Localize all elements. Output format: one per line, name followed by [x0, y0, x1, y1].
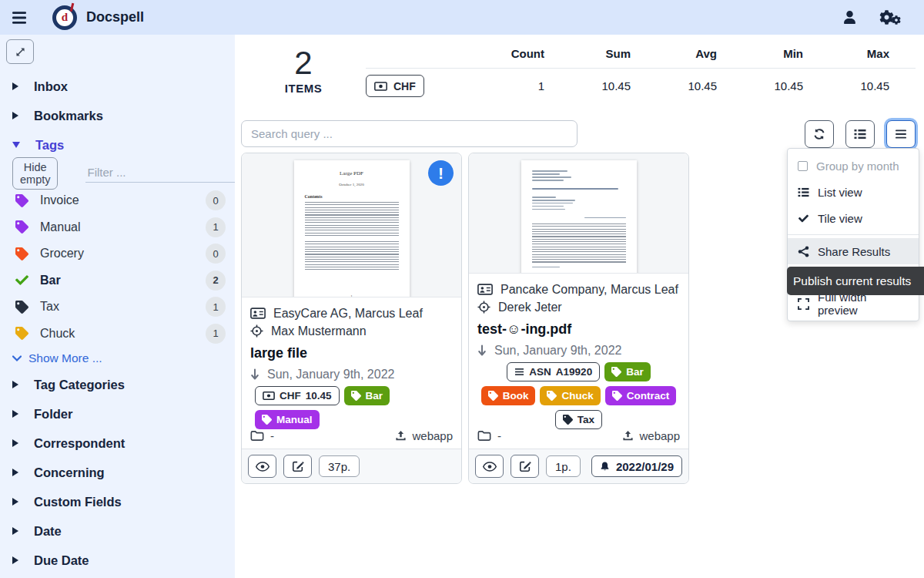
- sidebar-item-tags[interactable]: Tags: [0, 130, 235, 160]
- stats-col-sum: Sum: [544, 47, 631, 60]
- tag-badge-manual[interactable]: Manual: [255, 410, 320, 429]
- tag-item-chuck[interactable]: Chuck 1: [0, 321, 235, 348]
- chevron-down-icon: [12, 355, 22, 362]
- tag-icon: [15, 220, 28, 234]
- arrow-down-icon: [250, 368, 259, 381]
- hide-empty-button[interactable]: Hide empty: [12, 157, 58, 190]
- tag-filter-input[interactable]: [85, 165, 235, 180]
- list-view-button[interactable]: [845, 120, 875, 148]
- sidebar-item-due-date[interactable]: Due Date: [0, 546, 235, 575]
- source-label: webapp: [395, 429, 453, 442]
- bell-icon: [600, 461, 610, 472]
- edit-button[interactable]: [283, 455, 312, 478]
- item-card-test-ing: Pancake Company, Marcus Leaf Derek Jeter…: [468, 153, 689, 484]
- sidebar-item-correspondent[interactable]: Correspondent: [0, 428, 235, 458]
- concerning-text: Derek Jeter: [498, 301, 562, 314]
- arrow-down-icon: [477, 344, 487, 357]
- search-row: [241, 120, 916, 148]
- navbar: d Docspell: [0, 0, 924, 35]
- tag-item-grocery[interactable]: Grocery 0: [0, 240, 235, 267]
- tag-item-bar-selected[interactable]: Bar 2: [0, 267, 235, 294]
- refresh-button[interactable]: [805, 120, 834, 148]
- tag-count-badge: 0: [206, 244, 226, 264]
- sidebar-item-tag-categories[interactable]: Tag Categories: [0, 370, 235, 399]
- caret-right-icon: [12, 527, 18, 535]
- caret-right-icon: [12, 498, 18, 506]
- card-meta: EasyCare AG, Marcus Leaf Max Mustermann …: [242, 297, 461, 449]
- stats-row: 2 ITEMS Count Sum Avg Min Max CHF: [241, 44, 918, 97]
- sidebar: Inbox Bookmarks Tags Hide empty Invoice: [0, 35, 235, 578]
- caret-right-icon: [12, 112, 18, 119]
- due-date-badge[interactable]: 2022/01/29: [591, 455, 682, 477]
- expand-sidebar-button[interactable]: [6, 39, 34, 64]
- menu-item-group-by-month[interactable]: Group by month: [788, 153, 919, 179]
- expand-arrows-icon: [15, 46, 26, 58]
- edit-button[interactable]: [511, 455, 539, 478]
- folder-value: -: [497, 429, 501, 442]
- sidebar-item-date[interactable]: Date: [0, 516, 235, 546]
- sidebar-item-folder[interactable]: Folder: [0, 399, 235, 428]
- tag-badge-contract[interactable]: Contract: [605, 386, 677, 405]
- menu-item-tile-view[interactable]: Tile view: [788, 205, 919, 231]
- folder-icon: [250, 430, 264, 442]
- tag-icon: [611, 367, 621, 377]
- tag-item-invoice[interactable]: Invoice 0: [0, 187, 235, 214]
- tag-badge-tax[interactable]: Tax: [555, 410, 602, 429]
- folder-icon: [477, 430, 491, 442]
- tag-icon: [488, 391, 498, 401]
- tag-badge-chuck[interactable]: Chuck: [540, 386, 600, 405]
- address-card-icon: [477, 284, 493, 295]
- sidebar-item-source[interactable]: Source: [0, 575, 235, 578]
- item-name[interactable]: large file: [250, 345, 453, 361]
- bars-icon: [514, 368, 524, 376]
- tag-badge-book[interactable]: Book: [481, 386, 536, 405]
- preview-eye-button[interactable]: [475, 455, 504, 478]
- stats-value-sum: 10.45: [544, 79, 631, 92]
- app-title: Docspell: [86, 9, 144, 25]
- preview-eye-button[interactable]: [248, 455, 276, 478]
- expand-icon: [798, 298, 809, 310]
- item-name[interactable]: test-☺-ing.pdf: [477, 321, 680, 338]
- asn-badge[interactable]: ASN A19920: [507, 362, 600, 381]
- tag-item-manual[interactable]: Manual 1: [0, 214, 235, 241]
- page-count-badge: 37p.: [319, 455, 360, 477]
- search-input[interactable]: [241, 120, 578, 147]
- sidebar-item-inbox[interactable]: Inbox: [0, 72, 235, 101]
- options-menu-button[interactable]: [886, 120, 916, 148]
- tag-count-badge: 0: [206, 190, 226, 210]
- concerning-line: Derek Jeter: [477, 301, 680, 314]
- correspondent-text: Pancake Company, Marcus Leaf: [500, 283, 678, 297]
- currency-amount-badge[interactable]: CHF 10.45: [255, 386, 340, 405]
- tag-icon: [563, 415, 573, 425]
- menu-item-share-results[interactable]: Share Results: [788, 238, 919, 264]
- item-date-line: Sun, January 9th, 2022: [477, 344, 680, 358]
- currency-badge[interactable]: CHF: [366, 75, 424, 97]
- item-badges: CHF 10.45 Bar Manual: [255, 386, 453, 429]
- preview-text-block: [305, 202, 399, 237]
- tag-filter: [85, 165, 235, 183]
- folder-source-line: - webapp: [477, 429, 680, 449]
- crosshairs-icon: [250, 324, 263, 338]
- tag-item-tax[interactable]: Tax 1: [0, 294, 235, 321]
- document-preview[interactable]: Large PDF October 1, 2020 Contents 1 !: [242, 153, 461, 297]
- show-more-link[interactable]: Show More ...: [0, 347, 235, 370]
- refresh-icon: [813, 128, 825, 140]
- card-footer: 1p. 2022/01/29: [469, 449, 688, 483]
- tag-badge-bar[interactable]: Bar: [344, 386, 390, 405]
- menu-item-list-view[interactable]: List view: [788, 179, 919, 205]
- sidebar-item-concerning[interactable]: Concerning: [0, 458, 235, 487]
- sidebar-item-custom-fields[interactable]: Custom Fields: [0, 487, 235, 516]
- publish-tooltip: Publish current results: [787, 267, 924, 295]
- sidebar-item-bookmarks[interactable]: Bookmarks: [0, 101, 235, 130]
- stats-table-header: Count Sum Avg Min Max: [366, 44, 916, 69]
- docspell-app: d Docspell Inbox Bookmarks: [0, 0, 924, 578]
- tag-controls: Hide empty: [0, 160, 235, 187]
- share-icon: [798, 246, 809, 257]
- bars-icon: [895, 129, 907, 139]
- document-preview[interactable]: [469, 153, 688, 274]
- user-icon[interactable]: [843, 11, 856, 24]
- correspondent-line: EasyCare AG, Marcus Leaf: [250, 307, 453, 321]
- menu-toggle-icon[interactable]: [11, 11, 28, 25]
- tag-badge-bar[interactable]: Bar: [604, 362, 651, 381]
- settings-gears-icon[interactable]: [879, 10, 901, 25]
